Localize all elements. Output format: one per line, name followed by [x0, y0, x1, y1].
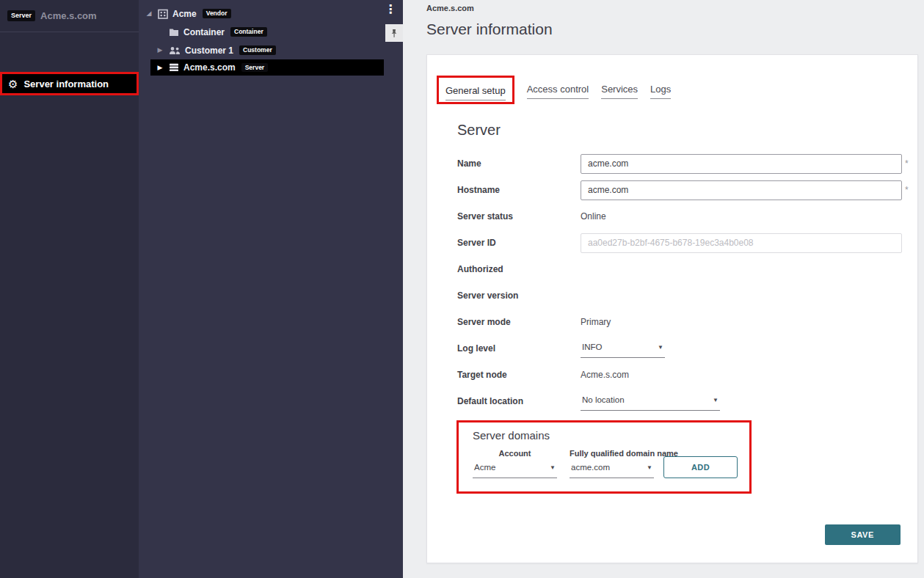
tree-item-label: Acme [172, 9, 197, 19]
collapse-arrow-icon[interactable]: ◢ [145, 10, 153, 17]
tree-item-container[interactable]: Container Container [139, 23, 403, 41]
field-label: Server ID [457, 238, 581, 248]
tab-logs[interactable]: Logs [650, 84, 671, 99]
save-button[interactable]: SAVE [825, 524, 901, 545]
tree-item-label: Acme.s.com [183, 62, 236, 73]
tree-item-label: Container [183, 27, 225, 37]
field-label: Hostname [457, 185, 581, 195]
field-row-hostname: Hostname * [457, 177, 909, 203]
field-row-name: Name * [457, 150, 909, 177]
tab-bar: General setup Access control Services Lo… [437, 76, 909, 104]
hostname-input[interactable] [581, 180, 902, 200]
account-label: Account [473, 449, 557, 458]
field-label: Name [457, 158, 581, 169]
default-location-select[interactable]: No location ▼ [581, 392, 720, 411]
customer-icon [169, 46, 181, 55]
tree-item-customer[interactable]: ▶ Customer 1 Customer [139, 41, 403, 59]
tree-item-badge: Container [230, 27, 267, 37]
tree-item-badge: Vendor [203, 9, 231, 18]
field-label: Target node [457, 370, 581, 380]
required-marker: * [905, 185, 909, 195]
fqdn-select[interactable]: acme.com ▼ [570, 459, 654, 478]
pin-button[interactable] [385, 24, 403, 42]
field-row-server-id: Server ID [457, 230, 909, 256]
tab-access-control[interactable]: Access control [527, 84, 589, 99]
field-label: Server version [457, 290, 581, 301]
account-value: Acme [474, 463, 495, 472]
tab-services[interactable]: Services [601, 84, 638, 99]
field-label: Log level [457, 343, 581, 354]
field-row-target-node: Target node Acme.s.com [457, 362, 909, 388]
expand-arrow-icon[interactable]: ▶ [156, 65, 164, 71]
required-marker: * [905, 158, 909, 169]
fqdn-value: acme.com [571, 463, 610, 472]
page-title: Server information [426, 21, 924, 38]
server-domains-row: Account Acme ▼ Fully qualified domain na… [473, 449, 738, 478]
tree-item-server-selected[interactable]: ▶ Acme.s.com Server [150, 59, 384, 76]
add-button[interactable]: ADD [663, 456, 738, 478]
expand-arrow-icon[interactable]: ▶ [156, 47, 164, 54]
pin-icon [390, 29, 399, 38]
server-status-value: Online [581, 211, 606, 222]
tree-item-vendor[interactable]: ◢ Acme Vendor [139, 4, 403, 23]
sidebar-item-server-information[interactable]: ⚙ Server information [0, 72, 139, 95]
field-label: Authorized [457, 264, 581, 274]
chevron-down-icon: ▼ [713, 397, 719, 403]
server-information-card: General setup Access control Services Lo… [426, 54, 918, 563]
field-row-server-mode: Server mode Primary [457, 309, 909, 335]
field-label: Server mode [457, 317, 581, 327]
field-label: Default location [457, 396, 581, 406]
chevron-down-icon: ▼ [647, 464, 652, 471]
sidebar-item-label: Server information [23, 78, 109, 89]
folder-icon [169, 28, 179, 37]
fqdn-label: Fully qualified domain name [570, 449, 654, 458]
gear-icon: ⚙ [8, 78, 18, 89]
sidebar-title: Acme.s.com [40, 10, 97, 21]
server-form: Server Name * Hostname * Server status O… [457, 122, 909, 414]
field-row-server-version: Server version [457, 282, 909, 309]
annotation-box-server-domains: Server domains Account Acme ▼ Fully qual… [456, 420, 752, 494]
field-row-authorized: Authorized [457, 256, 909, 282]
tree-item-label: Customer 1 [185, 45, 233, 56]
chevron-down-icon: ▼ [658, 344, 663, 351]
server-domains-title: Server domains [473, 429, 738, 442]
account-select[interactable]: Acme ▼ [473, 459, 557, 478]
server-mode-value: Primary [581, 317, 611, 327]
tab-general-setup[interactable]: General setup [445, 85, 506, 100]
log-level-value: INFO [582, 343, 602, 351]
target-node-value: Acme.s.com [581, 370, 629, 380]
server-id-input [581, 233, 902, 253]
sidebar-header: Server Acme.s.com [0, 0, 139, 32]
save-row: SAVE [437, 524, 909, 545]
main-area: Acme.s.com Server information General se… [403, 0, 924, 578]
chevron-down-icon: ▼ [550, 464, 556, 471]
left-sidebar: Server Acme.s.com ⚙ Server information [0, 0, 139, 578]
field-row-log-level: Log level INFO ▼ [457, 335, 909, 362]
log-level-select[interactable]: INFO ▼ [581, 339, 665, 358]
name-input[interactable] [581, 154, 902, 174]
entity-tree-panel: ⋮ ◢ Acme Vendor Container Container ▶ Cu… [139, 0, 403, 578]
tree-item-badge: Customer [239, 45, 276, 55]
field-row-default-location: Default location No location ▼ [457, 388, 909, 414]
section-title: Server [457, 122, 909, 139]
default-location-value: No location [582, 395, 625, 404]
field-label: Server status [457, 211, 581, 222]
server-type-badge: Server [7, 10, 35, 21]
field-row-server-status: Server status Online [457, 203, 909, 230]
tree-menu-icon[interactable]: ⋮ [385, 4, 396, 15]
annotation-box-general-setup: General setup [437, 76, 514, 104]
server-icon [169, 63, 179, 72]
vendor-icon [158, 9, 168, 19]
breadcrumb: Acme.s.com [426, 4, 924, 12]
tree-item-badge: Server [241, 63, 268, 73]
